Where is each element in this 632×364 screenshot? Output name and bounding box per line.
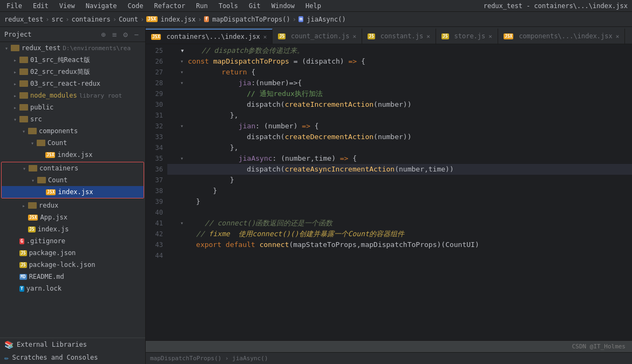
ln-26: 26 xyxy=(146,56,163,67)
menu-window[interactable]: Window xyxy=(269,1,297,11)
tree-gitignore[interactable]: G .gitignore xyxy=(0,235,145,247)
tree-public[interactable]: ▸ public xyxy=(0,101,145,113)
scratches-item[interactable]: ✏ Scratches and Consoles xyxy=(0,351,145,364)
param-number-30: number xyxy=(378,99,403,110)
src-folder-icon xyxy=(19,116,28,122)
sidebar-content: ▾ redux_test D:\environments\rea ▸ 01_sr… xyxy=(0,42,145,338)
tree-03-src[interactable]: ▸ 03_src_react-redux xyxy=(0,78,145,90)
code-line-30: dispatch ( createIncrementAction ( numbe… xyxy=(167,99,632,110)
cont-arrow: ▾ xyxy=(20,164,29,173)
menu-view[interactable]: View xyxy=(57,1,77,11)
tree-package[interactable]: JS package.json xyxy=(0,247,145,259)
tab1-close[interactable]: ✕ xyxy=(263,33,267,40)
tree-count-cont[interactable]: ▾ Count xyxy=(2,174,144,186)
tree-app[interactable]: JSX App.jsx xyxy=(0,211,145,223)
ln-33: 33 xyxy=(146,132,163,142)
tab-constant[interactable]: JS constant.js ✕ xyxy=(362,29,436,44)
tree-readme[interactable]: MD README.md xyxy=(0,271,145,283)
breadcrumb-count[interactable]: Count xyxy=(119,16,138,23)
tree-01-src[interactable]: ▸ 01_src_纯React版 xyxy=(0,54,145,66)
menu-tools[interactable]: Tools xyxy=(216,1,240,11)
fold-41: ▾ xyxy=(180,218,188,229)
tree-redux[interactable]: ▸ redux xyxy=(0,200,145,211)
root-folder-icon xyxy=(11,45,19,51)
tab5-close[interactable]: ✕ xyxy=(616,33,620,40)
key-jiaAsync: jiaAsync xyxy=(188,153,273,164)
code-line-25: ▾ // dispatch参数会传递过来。 xyxy=(167,45,632,56)
index2-label: index.jsx xyxy=(58,188,93,196)
tab2-close[interactable]: ✕ xyxy=(352,33,356,40)
breadcrumb: redux_test › src › containers › Count › … xyxy=(0,12,632,27)
tree-index-comp[interactable]: JSX index.jsx xyxy=(0,149,145,161)
comment-41: // connect()函数返回的还是一个函数 xyxy=(188,218,332,229)
breadcrumb-file[interactable]: JSX index.jsx xyxy=(146,16,195,23)
tab3-close[interactable]: ✕ xyxy=(426,33,430,40)
menu-help[interactable]: Help xyxy=(303,1,323,11)
code-line-33: dispatch ( createDecrementAction ( numbe… xyxy=(167,132,632,142)
tree-packagelock[interactable]: JS package-lock.json xyxy=(0,259,145,271)
menu-run[interactable]: Run xyxy=(194,1,210,11)
cont-label: containers xyxy=(39,164,78,172)
tree-index-cont[interactable]: JSX index.jsx xyxy=(2,186,144,198)
punc-39: } xyxy=(179,196,200,207)
menu-code[interactable]: Code xyxy=(126,1,146,11)
breadcrumb-method[interactable]: m jiaAsync() xyxy=(298,16,346,23)
readme-icon: MD xyxy=(19,274,27,280)
tree-containers[interactable]: ▾ containers xyxy=(2,162,144,174)
punc-34: }, xyxy=(179,142,239,153)
pkglock-label: package-lock.json xyxy=(29,261,96,269)
menu-refactor[interactable]: Refactor xyxy=(152,1,187,11)
tree-yarn[interactable]: Y yarn.lock xyxy=(0,283,145,294)
param-time-35: time xyxy=(315,153,331,164)
01-label: 01_src_纯React版 xyxy=(30,56,90,65)
fn-createAsync: createAsyncIncrementAction xyxy=(285,164,395,175)
menu-git[interactable]: Git xyxy=(247,1,263,11)
punc-36c: , xyxy=(424,164,429,175)
bottom-bar: mapDispatchToProps() › jiaAsync() xyxy=(146,352,632,364)
param-number-36: number xyxy=(399,164,424,175)
tab-count-action[interactable]: JS count_action.js ✕ xyxy=(273,29,362,44)
breadcrumb-project[interactable]: redux_test xyxy=(4,16,43,23)
breadcrumb-fn[interactable]: f mapDispatchToProps() xyxy=(204,16,290,23)
line-numbers: 25 26 27 28 29 30 31 32 33 34 35 36 37 3… xyxy=(146,44,167,340)
breadcrumb-file-label: index.jsx xyxy=(161,16,196,23)
editor-area: JSX containers\...\index.jsx ✕ JS count_… xyxy=(146,27,632,364)
punc-32c: { xyxy=(315,121,319,132)
menu-file[interactable]: File xyxy=(4,1,24,11)
tab1-icon: JSX xyxy=(151,34,161,40)
pkg-icon: JS xyxy=(19,250,27,256)
tab4-close[interactable]: ✕ xyxy=(488,33,492,40)
ln-36: 36 xyxy=(146,164,163,175)
tree-components[interactable]: ▾ components xyxy=(0,125,145,137)
tab-containers-index[interactable]: JSX containers\...\index.jsx ✕ xyxy=(146,29,273,44)
pkg-label: package.json xyxy=(29,249,76,257)
menu-edit[interactable]: Edit xyxy=(31,1,51,11)
sidebar-icon-gear[interactable]: ⚙ xyxy=(121,29,130,40)
tree-node-modules[interactable]: ▸ node_modules library root xyxy=(0,90,145,101)
code-content[interactable]: ▾ // dispatch参数会传递过来。 ▾ const mapDispatc… xyxy=(167,44,632,340)
tab2-icon: JS xyxy=(278,33,286,39)
breadcrumb-sep-6: › xyxy=(293,16,296,23)
breadcrumb-containers[interactable]: containers xyxy=(71,16,110,23)
fold-27: ▾ xyxy=(180,67,188,78)
tree-root[interactable]: ▾ redux_test D:\environments\rea xyxy=(0,42,145,54)
tree-indexjs[interactable]: JS index.js xyxy=(0,223,145,235)
fold-35: ▾ xyxy=(180,153,188,164)
tab-store[interactable]: JS store.js ✕ xyxy=(436,29,498,44)
scratch-icon: ✏ xyxy=(4,353,9,362)
tab-components-index[interactable]: JSX components\...\index.jsx ✕ xyxy=(498,29,625,44)
menu-navigate[interactable]: Navigate xyxy=(84,1,119,11)
tree-src[interactable]: ▾ src xyxy=(0,113,145,125)
tree-02-src[interactable]: ▸ 02_src_redux简版 xyxy=(0,66,145,78)
tab5-icon: JSX xyxy=(504,33,513,39)
breadcrumb-src[interactable]: src xyxy=(51,16,63,23)
sidebar-icon-close[interactable]: − xyxy=(132,29,141,40)
fn-mapDispatch: mapDispatchToProps xyxy=(213,56,289,67)
external-libraries-item[interactable]: 📚 External Libraries xyxy=(0,338,145,351)
sidebar-icon-group[interactable]: ⊕ xyxy=(99,29,107,40)
tree-count-comp[interactable]: ▾ Count xyxy=(0,137,145,149)
sidebar-icon-scroll[interactable]: ≡ xyxy=(110,29,119,40)
code-line-37: } xyxy=(167,175,632,186)
breadcrumb-project-label: redux_test xyxy=(4,16,43,23)
ln-31: 31 xyxy=(146,110,163,121)
